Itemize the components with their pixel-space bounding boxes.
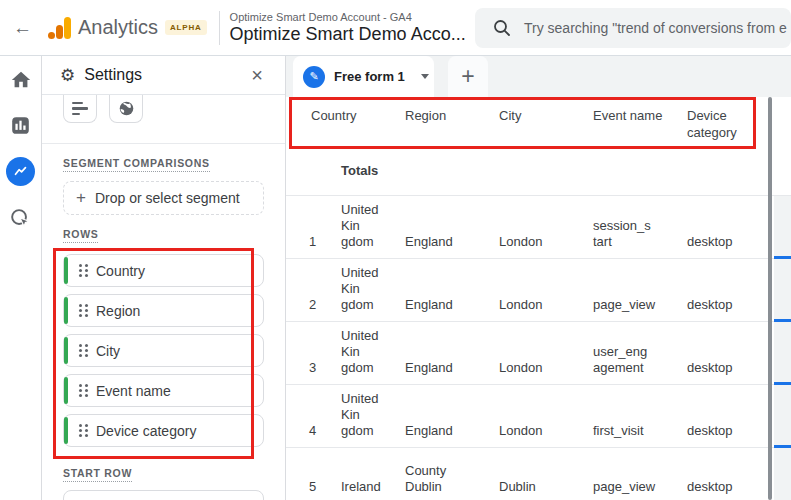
drag-handle-icon[interactable] bbox=[79, 424, 88, 437]
cell-device-category: desktop bbox=[687, 322, 765, 385]
logo-bar-mid bbox=[56, 25, 63, 39]
row-dimension-chip-city[interactable]: City bbox=[63, 334, 264, 367]
cell-country: United Kin gdom bbox=[341, 259, 405, 322]
topbar-divider bbox=[219, 11, 220, 45]
pencil-icon: ✎ bbox=[303, 66, 325, 88]
globe-icon bbox=[117, 99, 136, 118]
drag-handle-icon[interactable] bbox=[79, 384, 88, 397]
column-header-event-name[interactable]: Event name bbox=[593, 97, 687, 148]
chip-label: Device category bbox=[96, 423, 196, 439]
add-tab-button[interactable]: + bbox=[448, 56, 488, 97]
table-viz-button[interactable] bbox=[63, 95, 97, 123]
back-arrow-icon[interactable]: ← bbox=[13, 17, 32, 39]
cell-event-name: first_visit bbox=[593, 385, 687, 448]
chip-accent-bar bbox=[64, 377, 68, 404]
drag-handle-icon[interactable] bbox=[79, 264, 88, 277]
close-icon[interactable]: × bbox=[251, 65, 263, 85]
cell-region: England bbox=[405, 259, 499, 322]
row-dimension-chip-country[interactable]: Country bbox=[63, 254, 264, 287]
row-dimension-chip-event-name[interactable]: Event name bbox=[63, 374, 264, 407]
cell-city: London bbox=[499, 196, 593, 259]
cell-region: County Dublin bbox=[405, 448, 499, 500]
cell-region: England bbox=[405, 196, 499, 259]
column-header-device-category[interactable]: Device category bbox=[687, 97, 765, 148]
account-switcher[interactable]: Optimize Smart Demo Account - GA4 Optimi… bbox=[230, 11, 466, 45]
drag-handle-icon[interactable] bbox=[79, 344, 88, 357]
cell-country: Ireland bbox=[341, 448, 405, 500]
panel-sections: SEGMENT COMPARISONS + Drop or select seg… bbox=[42, 144, 285, 500]
cell-region: England bbox=[405, 322, 499, 385]
vertical-scrollbar[interactable] bbox=[768, 97, 772, 500]
segment-drop-zone[interactable]: + Drop or select segment bbox=[63, 181, 264, 215]
row-number: 5 bbox=[286, 448, 341, 500]
tab-bar: ✎ Free form 1 + bbox=[286, 56, 791, 97]
chevron-down-icon[interactable] bbox=[421, 74, 429, 79]
totals-row: Totals bbox=[286, 148, 791, 196]
cell-city: London bbox=[499, 385, 593, 448]
next-column-strip bbox=[774, 448, 791, 500]
table-row[interactable]: 5IrelandCounty DublinDublinpage_viewdesk… bbox=[286, 448, 791, 500]
next-column-strip bbox=[774, 259, 791, 322]
chip-accent-bar bbox=[64, 297, 68, 324]
search-input[interactable]: Try searching "trend of conversions from… bbox=[475, 8, 791, 48]
segment-drop-label: Drop or select segment bbox=[95, 190, 240, 206]
next-column-strip bbox=[774, 196, 791, 259]
start-row-input[interactable]: 1 bbox=[63, 490, 264, 500]
cell-city: Dublin bbox=[499, 448, 593, 500]
table-row[interactable]: 3United Kin gdomEnglandLondonuser_eng ag… bbox=[286, 322, 791, 385]
reports-icon[interactable] bbox=[10, 115, 31, 136]
analytics-logo-icon[interactable] bbox=[48, 16, 72, 40]
logo-dot bbox=[48, 32, 55, 39]
chip-accent-bar bbox=[64, 337, 68, 364]
cell-country: United Kin gdom bbox=[341, 322, 405, 385]
home-icon[interactable] bbox=[10, 69, 32, 91]
search-icon bbox=[493, 19, 511, 37]
bar-chart-icon bbox=[72, 102, 88, 116]
table-row[interactable]: 1United Kin gdomEnglandLondonsession_s t… bbox=[286, 196, 791, 259]
row-number: 2 bbox=[286, 259, 341, 322]
chip-label: Event name bbox=[96, 383, 171, 399]
settings-panel: ⚙ Settings × SEGMENT COMPARISO bbox=[42, 56, 286, 500]
table-body: 1United Kin gdomEnglandLondonsession_s t… bbox=[286, 196, 791, 500]
chip-label: Country bbox=[96, 263, 145, 279]
rows-chip-list: CountryRegionCityEvent nameDevice catego… bbox=[63, 254, 264, 447]
table-row[interactable]: 2United Kin gdomEnglandLondonpage_viewde… bbox=[286, 259, 791, 322]
logo-bar-tall bbox=[64, 17, 71, 39]
chip-accent-bar bbox=[64, 257, 68, 284]
column-header-country[interactable]: Country bbox=[286, 97, 405, 148]
gear-icon: ⚙ bbox=[60, 65, 75, 86]
table-row[interactable]: 4United Kin gdomEnglandLondonfirst_visit… bbox=[286, 385, 791, 448]
plus-icon: + bbox=[76, 188, 86, 208]
body: ⚙ Settings × SEGMENT COMPARISO bbox=[0, 56, 791, 500]
cell-country: United Kin gdom bbox=[341, 196, 405, 259]
cell-device-category: desktop bbox=[687, 385, 765, 448]
cell-device-category: desktop bbox=[687, 196, 765, 259]
cell-country: United Kin gdom bbox=[341, 385, 405, 448]
explore-icon[interactable] bbox=[6, 160, 35, 183]
column-header-city[interactable]: City bbox=[499, 97, 593, 148]
account-label: Optimize Smart Demo Account - GA4 bbox=[230, 11, 466, 23]
visualization-toggle-row bbox=[42, 95, 285, 123]
cell-device-category: desktop bbox=[687, 259, 765, 322]
settings-title: Settings bbox=[84, 66, 142, 84]
row-number: 3 bbox=[286, 322, 341, 385]
column-header-region[interactable]: Region bbox=[405, 97, 499, 148]
tab-free-form-1[interactable]: ✎ Free form 1 bbox=[293, 56, 434, 97]
search-placeholder: Try searching "trend of conversions from… bbox=[524, 20, 787, 36]
row-dimension-chip-device-category[interactable]: Device category bbox=[63, 414, 264, 447]
analytics-app: ← Analytics ALPHA Optimize Smart Demo Ac… bbox=[0, 0, 791, 500]
explore-active-circle bbox=[6, 157, 35, 186]
row-dimension-chip-region[interactable]: Region bbox=[63, 294, 264, 327]
cell-event-name: page_view bbox=[593, 259, 687, 322]
freeform-table: CountryRegionCityEvent nameDevice catego… bbox=[286, 97, 791, 500]
product-name: Analytics bbox=[78, 16, 158, 39]
drag-handle-icon[interactable] bbox=[79, 304, 88, 317]
geo-map-viz-button[interactable] bbox=[109, 95, 143, 123]
settings-header: ⚙ Settings × bbox=[42, 56, 285, 95]
advertising-icon[interactable] bbox=[9, 207, 32, 230]
tab-label: Free form 1 bbox=[334, 69, 405, 84]
top-bar: ← Analytics ALPHA Optimize Smart Demo Ac… bbox=[0, 0, 791, 56]
cell-event-name: session_s tart bbox=[593, 196, 687, 259]
totals-label: Totals bbox=[341, 148, 405, 196]
cell-event-name: user_eng agement bbox=[593, 322, 687, 385]
